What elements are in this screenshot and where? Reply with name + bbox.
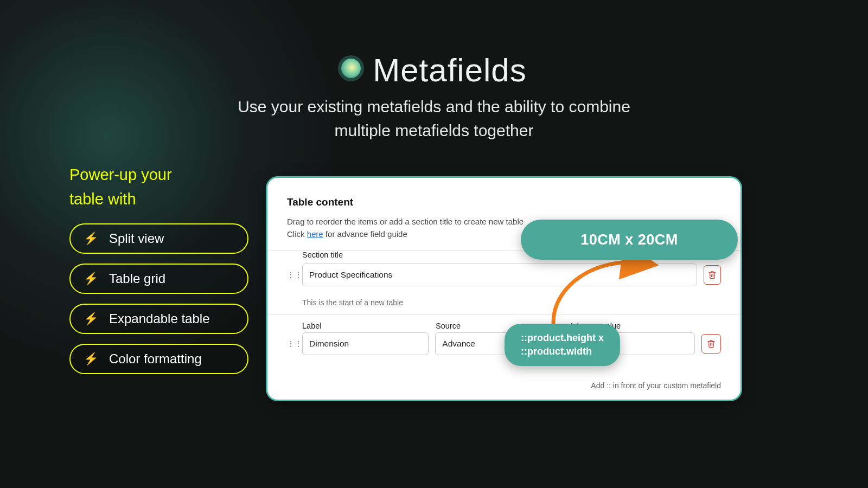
page-title: Metafields [0,52,868,89]
trash-icon [707,339,716,348]
brand-dot-icon [341,59,361,78]
result-callout-text: 10CM x 20CM [580,232,678,248]
column-header-label: Label [302,322,429,330]
bolt-icon: ⚡ [84,273,98,285]
panel-desc-prefix: Click [287,229,307,239]
section-title-input[interactable] [302,264,697,286]
panel-title: Table content [287,196,721,208]
formula-callout: ::product.height x ::product.width [505,324,620,366]
feature-label: Expandable table [109,311,209,326]
panel-desc-line1: Drag to reorder the items or add a secti… [287,217,524,226]
feature-pill-expandable-table[interactable]: ⚡ Expandable table [69,304,248,334]
divider [267,314,741,315]
table-row: ⋮⋮ Advance [287,330,721,363]
feature-label: Table grid [109,271,165,286]
page-subtitle: Use your existing metafields and the abi… [0,95,868,142]
feature-pill-split-view[interactable]: ⚡ Split view [69,223,248,254]
page-title-text: Metafields [373,52,526,88]
sidebar-heading-line2: table with [69,190,136,208]
delete-section-button[interactable] [704,265,721,285]
subtitle-line1: Use your existing metafields and the abi… [238,98,630,115]
feature-pill-color-formatting[interactable]: ⚡ Color formatting [69,344,248,374]
columns-header-row: Label Source Advance value [287,322,721,330]
trash-icon [708,271,717,279]
feature-label: Color formatting [109,351,202,367]
section-title-sub: This is the start of a new table [302,298,721,307]
bolt-icon: ⚡ [84,233,98,245]
bolt-icon: ⚡ [84,353,98,365]
row-label-input[interactable] [302,332,429,355]
feature-label: Split view [109,231,164,246]
table-content-panel: Table content Drag to reorder the items … [266,176,742,401]
drag-handle-icon[interactable]: ⋮⋮ [287,339,296,348]
delete-row-button[interactable] [701,334,721,354]
sidebar-heading-line1: Power-up your [69,166,172,183]
feature-pill-table-grid[interactable]: ⚡ Table grid [69,264,248,294]
panel-footnote: Add :: in front of your custom metafield [591,381,721,390]
result-callout: 10CM x 20CM [521,220,738,260]
advance-guide-link[interactable]: here [307,229,323,239]
bolt-icon: ⚡ [84,313,98,325]
drag-handle-icon[interactable]: ⋮⋮ [287,271,296,279]
sidebar-heading: Power-up your table with [69,163,248,211]
panel-desc-suffix: for advance field guide [323,229,407,239]
row-source-value: Advance [442,339,475,349]
formula-line2: ::product.width [521,346,592,357]
subtitle-line2: multiple metafields together [335,121,534,139]
formula-line1: ::product.height x [521,332,604,343]
feature-sidebar: Power-up your table with ⚡ Split view ⚡ … [69,163,248,384]
